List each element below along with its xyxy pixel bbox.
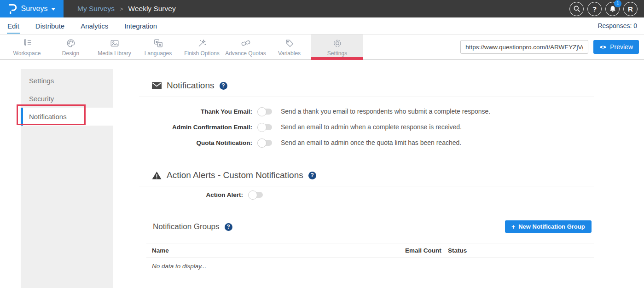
new-notification-group-label: New Notification Group bbox=[518, 223, 585, 230]
settings-content: Settings Security Notifications Notifica… bbox=[0, 60, 644, 288]
settings-side-panel: Settings Security Notifications bbox=[21, 69, 113, 288]
active-item-indicator bbox=[21, 108, 23, 126]
avatar-initial: R bbox=[628, 5, 633, 13]
breadcrumb-parent[interactable]: My Surveys bbox=[77, 5, 115, 13]
toggle-description: Send a thank you email to respondents wh… bbox=[281, 108, 490, 115]
table-top-border bbox=[146, 243, 594, 243]
help-icon[interactable]: ? bbox=[308, 172, 316, 179]
plus-icon: + bbox=[511, 223, 515, 230]
toolbar-item-label: Languages bbox=[145, 50, 172, 57]
toggle-row-action-alert: Action Alert: bbox=[139, 187, 263, 202]
translate-icon bbox=[153, 38, 163, 49]
action-alerts-section-heading: Action Alerts - Custom Notifications ? bbox=[152, 170, 316, 180]
question-mark-icon: ? bbox=[592, 5, 597, 13]
app-menu-label: Surveys bbox=[21, 5, 48, 13]
toggle-row-admin-confirmation-email: Admin Confirmation Email: Send an email … bbox=[139, 119, 490, 135]
chain-link-icon bbox=[241, 38, 251, 49]
tag-icon bbox=[284, 38, 295, 49]
toolbar-item-workspace[interactable]: Workspace bbox=[5, 35, 49, 59]
toolbar-right: Preview bbox=[460, 35, 644, 59]
annotation-red-underline-settings bbox=[311, 57, 363, 60]
toggle-label: Thank You Email: bbox=[139, 108, 252, 115]
divider bbox=[139, 186, 594, 186]
chevron-down-icon bbox=[52, 8, 55, 11]
avatar[interactable]: R bbox=[623, 2, 638, 16]
help-icon[interactable]: ? bbox=[225, 223, 232, 231]
column-header-name: Name bbox=[152, 247, 169, 254]
table-header-border bbox=[146, 258, 594, 258]
palette-icon bbox=[66, 38, 76, 49]
column-header-status: Status bbox=[448, 247, 467, 254]
toolbar-item-label: Variables bbox=[278, 50, 301, 57]
toolbar-item-label: Media Library bbox=[98, 50, 131, 57]
column-header-email-count: Email Count bbox=[405, 247, 441, 254]
magic-wand-icon bbox=[197, 38, 207, 49]
action-alert-toggle[interactable] bbox=[249, 192, 263, 198]
tab-distribute[interactable]: Distribute bbox=[35, 18, 65, 34]
toolbar-item-settings[interactable]: Settings bbox=[311, 35, 363, 59]
toolbar-item-label: Finish Options bbox=[184, 50, 220, 57]
breadcrumb-separator: > bbox=[120, 6, 123, 12]
new-notification-group-button[interactable]: + New Notification Group bbox=[505, 220, 592, 233]
toolbar-item-label: Design bbox=[62, 50, 79, 57]
help-icon[interactable]: ? bbox=[220, 82, 227, 90]
breadcrumb: My Surveys > Weekly Survey bbox=[77, 5, 176, 13]
survey-url-input[interactable] bbox=[460, 40, 588, 54]
help-button[interactable]: ? bbox=[587, 2, 602, 16]
responses-count[interactable]: Responses: 0 bbox=[598, 22, 637, 29]
toggle-row-quota-notification: Quota Notification: Send an email to adm… bbox=[139, 135, 490, 150]
toolbar-item-finish-options[interactable]: Finish Options bbox=[180, 35, 224, 59]
toolbar-item-variables[interactable]: Variables bbox=[267, 35, 311, 59]
sidebar-item-security[interactable]: Security bbox=[21, 90, 113, 108]
section-title: Action Alerts - Custom Notifications bbox=[167, 170, 303, 180]
toggle-label: Admin Confirmation Email: bbox=[139, 124, 252, 131]
action-alert-toggles: Action Alert: bbox=[139, 187, 263, 202]
toolbar-item-label: Settings bbox=[327, 50, 347, 57]
tab-integration[interactable]: Integration bbox=[124, 18, 157, 34]
toggle-description: Send an email to admin once the quota li… bbox=[281, 139, 461, 146]
tab-edit[interactable]: Edit bbox=[7, 18, 20, 34]
toggle-label: Quota Notification: bbox=[139, 139, 252, 146]
search-button[interactable] bbox=[569, 2, 584, 16]
admin-confirmation-email-toggle[interactable] bbox=[258, 124, 272, 130]
breadcrumb-current: Weekly Survey bbox=[128, 5, 176, 13]
sidebar-item-notifications[interactable]: Notifications bbox=[21, 108, 113, 126]
app-menu[interactable]: Surveys bbox=[0, 0, 64, 17]
toolbar-item-design[interactable]: Design bbox=[49, 35, 93, 59]
toolbar-item-label: Advance Quotas bbox=[225, 50, 266, 57]
eye-icon bbox=[599, 45, 607, 50]
notification-groups-heading: Notification Groups ? bbox=[153, 222, 232, 231]
workspace-icon bbox=[22, 38, 32, 49]
divider bbox=[139, 97, 594, 97]
sidebar-item-label: Security bbox=[29, 95, 54, 103]
tab-analytics[interactable]: Analytics bbox=[80, 18, 109, 34]
top-header: Surveys My Surveys > Weekly Survey ? bbox=[0, 0, 644, 17]
preview-button-label: Preview bbox=[610, 43, 633, 51]
notifications-button[interactable]: 1 bbox=[605, 2, 620, 16]
toolbar-item-media-library[interactable]: Media Library bbox=[93, 35, 136, 59]
warning-triangle-icon bbox=[152, 171, 162, 179]
sidebar-item-label: Notifications bbox=[29, 113, 67, 121]
toolbar-item-advance-quotas[interactable]: Advance Quotas bbox=[224, 35, 267, 59]
survey-nav: Edit Distribute Analytics Integration Re… bbox=[0, 17, 644, 35]
preview-button[interactable]: Preview bbox=[593, 40, 639, 54]
table-empty-message: No data to display... bbox=[152, 263, 206, 270]
questionpro-logo-icon bbox=[8, 3, 17, 15]
toolbar-item-label: Workspace bbox=[13, 50, 41, 57]
edit-toolbar: Workspace Design Media Library bbox=[0, 35, 644, 60]
section-title: Notification Groups bbox=[153, 222, 220, 231]
quota-notification-toggle[interactable] bbox=[258, 140, 272, 146]
gear-icon bbox=[332, 38, 342, 49]
sidebar-item-settings[interactable]: Settings bbox=[21, 72, 113, 90]
envelope-icon bbox=[152, 82, 162, 89]
toggle-description: Send an email to admin when a complete r… bbox=[281, 123, 462, 131]
thank-you-email-toggle[interactable] bbox=[258, 109, 272, 115]
search-icon bbox=[573, 5, 580, 12]
image-icon bbox=[110, 38, 120, 49]
toggle-row-thank-you-email: Thank You Email: Send a thank you email … bbox=[139, 104, 490, 119]
toolbar-item-languages[interactable]: Languages bbox=[136, 35, 180, 59]
notifications-section-heading: Notifications ? bbox=[152, 81, 227, 91]
toggle-label: Action Alert: bbox=[139, 191, 243, 198]
notification-groups-table-header: Name Email Count Status bbox=[146, 246, 594, 257]
notification-toggles: Thank You Email: Send a thank you email … bbox=[139, 104, 490, 150]
